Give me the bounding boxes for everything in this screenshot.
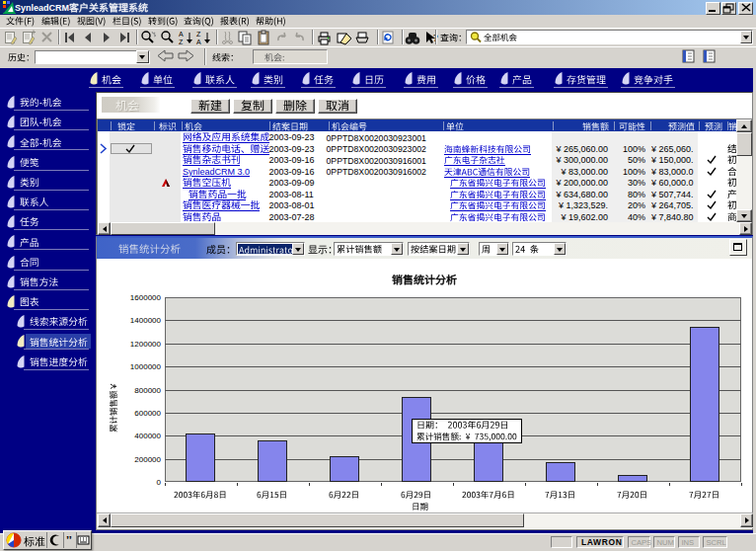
svg-text:A: A [196,39,201,45]
svg-text:Z: Z [179,39,184,45]
svg-text:A: A [179,31,184,38]
svg-text:Z: Z [196,31,201,38]
